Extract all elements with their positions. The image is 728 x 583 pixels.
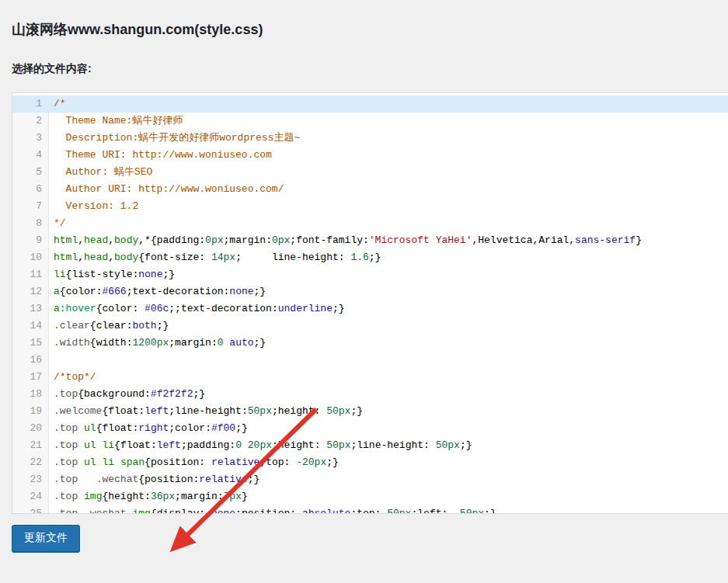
line-number: 21: [12, 437, 49, 454]
code-text: .top img{height:36px;margin:7px}: [49, 488, 728, 505]
code-text: */: [49, 215, 728, 232]
update-file-button[interactable]: 更新文件: [12, 525, 80, 552]
code-text: /*: [49, 95, 728, 113]
code-line[interactable]: 20.top ul{float:right;color:#f00;}: [12, 420, 728, 437]
code-line[interactable]: 7 Version: 1.2: [12, 198, 728, 215]
line-number: 1: [12, 95, 49, 113]
code-line[interactable]: 3 Description:蜗牛开发的好律师wordpress主题~: [12, 130, 728, 147]
line-number: 6: [12, 181, 49, 198]
line-number: 15: [12, 335, 49, 352]
code-line[interactable]: 13a:hover{color: #06c;;text-decoration:u…: [12, 300, 728, 318]
code-lines: 1/*2 Theme Name:蜗牛好律师3 Description:蜗牛开发的…: [12, 93, 728, 514]
code-text: Theme URI: http://www.woniuseo.com: [49, 147, 728, 164]
code-line[interactable]: 23.top .wechat{position:relative;}: [12, 471, 728, 488]
line-number: 14: [12, 318, 49, 335]
code-text: .top ul{float:right;color:#f00;}: [49, 420, 728, 437]
code-line[interactable]: 9html,head,body,*{padding:0px;margin:0px…: [12, 232, 728, 249]
code-line[interactable]: 8*/: [12, 215, 728, 232]
code-line[interactable]: 1/*: [12, 95, 728, 113]
code-text: .top{background:#f2f2f2;}: [49, 386, 728, 403]
line-number: 10: [12, 249, 49, 266]
line-number: 12: [12, 283, 49, 300]
line-number: 18: [12, 386, 49, 403]
code-text: .top ul li span{position: relative;top: …: [49, 454, 728, 471]
code-text: .top .wechat{position:relative;}: [49, 471, 728, 488]
code-line[interactable]: 24.top img{height:36px;margin:7px}: [12, 488, 728, 505]
code-line[interactable]: 10html,head,body{font-size: 14px; line-h…: [12, 249, 728, 266]
line-number: 24: [12, 488, 49, 505]
code-line[interactable]: 22.top ul li span{position: relative;top…: [12, 454, 728, 471]
code-line[interactable]: 19.welcome{float:left;line-height:50px;h…: [12, 403, 728, 420]
code-text: .width{width:1200px;margin:0 auto;}: [49, 335, 728, 352]
code-text: /*top*/: [49, 369, 728, 386]
line-number: 13: [12, 300, 49, 318]
code-text: [49, 352, 728, 369]
line-number: 17: [12, 369, 49, 386]
line-number: 23: [12, 471, 49, 488]
line-number: 19: [12, 403, 49, 420]
code-text: .welcome{float:left;line-height:50px;hei…: [49, 403, 728, 420]
code-text: Description:蜗牛开发的好律师wordpress主题~: [49, 130, 728, 147]
code-line[interactable]: 15.width{width:1200px;margin:0 auto;}: [12, 335, 728, 352]
code-line[interactable]: 14.clear{clear:both;}: [12, 318, 728, 335]
line-number: 20: [12, 420, 49, 437]
code-text: Version: 1.2: [49, 198, 728, 215]
code-line[interactable]: 4 Theme URI: http://www.woniuseo.com: [12, 147, 728, 164]
code-text: Theme Name:蜗牛好律师: [49, 113, 728, 130]
code-line[interactable]: 5 Author: 蜗牛SEO: [12, 164, 728, 181]
code-line[interactable]: 17/*top*/: [12, 369, 728, 386]
code-line[interactable]: 2 Theme Name:蜗牛好律师: [12, 113, 728, 130]
line-number: 5: [12, 164, 49, 181]
page: 山滚网络www.shangun.com(style.css) 选择的文件内容: …: [0, 0, 728, 583]
code-editor[interactable]: 1/*2 Theme Name:蜗牛好律师3 Description:蜗牛开发的…: [12, 92, 728, 514]
line-number: 4: [12, 147, 49, 164]
content-area: 山滚网络www.shangun.com(style.css) 选择的文件内容: …: [0, 0, 728, 552]
code-line[interactable]: 25.top .wechat img{display: none;positio…: [12, 505, 728, 514]
code-line[interactable]: 6 Author URI: http://www.woniuseo.com/: [12, 181, 728, 198]
code-text: .top .wechat img{display: none;position:…: [49, 505, 728, 514]
line-number: 11: [12, 266, 49, 283]
code-line[interactable]: 18.top{background:#f2f2f2;}: [12, 386, 728, 403]
line-number: 2: [12, 113, 49, 130]
code-text: Author URI: http://www.woniuseo.com/: [49, 181, 728, 198]
line-number: 8: [12, 215, 49, 232]
file-content-label: 选择的文件内容:: [12, 39, 728, 76]
code-text: .clear{clear:both;}: [49, 318, 728, 335]
code-text: a{color:#666;text-decoration:none;}: [49, 283, 728, 300]
line-number: 25: [12, 505, 49, 514]
page-title: 山滚网络www.shangun.com(style.css): [12, 0, 728, 39]
code-text: a:hover{color: #06c;;text-decoration:und…: [49, 300, 728, 318]
code-line[interactable]: 12a{color:#666;text-decoration:none;}: [12, 283, 728, 300]
line-number: 16: [12, 352, 49, 369]
code-line[interactable]: 21.top ul li{float:left;padding:0 20px;h…: [12, 437, 728, 454]
code-text: li{list-style:none;}: [49, 266, 728, 283]
line-number: 22: [12, 454, 49, 471]
line-number: 3: [12, 130, 49, 147]
code-text: html,head,body{font-size: 14px; line-hei…: [49, 249, 728, 266]
line-number: 9: [12, 232, 49, 249]
code-line[interactable]: 16: [12, 352, 728, 369]
code-line[interactable]: 11li{list-style:none;}: [12, 266, 728, 283]
code-text: Author: 蜗牛SEO: [49, 164, 728, 181]
code-text: .top ul li{float:left;padding:0 20px;hei…: [49, 437, 728, 454]
actions-bar: 更新文件: [12, 525, 728, 552]
code-text: html,head,body,*{padding:0px;margin:0px;…: [49, 232, 728, 249]
line-number: 7: [12, 198, 49, 215]
